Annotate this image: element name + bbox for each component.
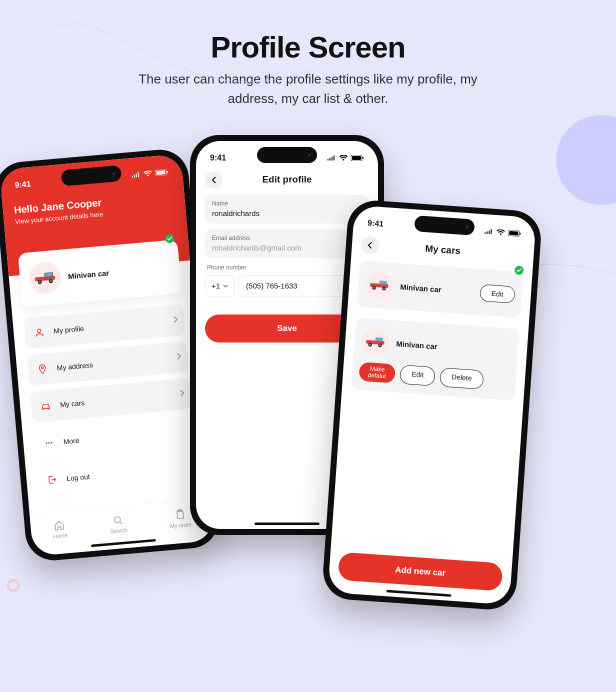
back-button[interactable]	[360, 236, 380, 254]
car-thumb	[28, 261, 62, 296]
status-time: 9:41	[14, 180, 31, 190]
phone-profile-home: 9:41 Hello Jane Cooper View your account…	[0, 148, 221, 563]
back-button[interactable]	[205, 171, 223, 189]
menu-my-address[interactable]: My address	[26, 341, 188, 386]
svg-rect-1	[156, 170, 166, 175]
dynamic-island	[257, 147, 317, 163]
status-time: 9:41	[210, 154, 226, 162]
bottom-tabbar: Home Search My order	[30, 498, 214, 556]
menu-label: My address	[56, 361, 93, 372]
battery-icon	[351, 155, 364, 161]
car-thumb	[364, 270, 394, 300]
car-card: Minivan car Make defalut Edit Delete	[351, 318, 520, 401]
delete-car-button[interactable]: Delete	[440, 368, 484, 390]
tab-search[interactable]: Search	[108, 514, 128, 534]
menu-more[interactable]: More	[33, 415, 195, 460]
signal-icon	[327, 155, 336, 161]
svg-rect-21	[352, 156, 361, 160]
chevron-right-icon	[176, 352, 182, 362]
edit-car-button[interactable]: Edit	[480, 284, 516, 304]
screen-title: My cars	[425, 243, 461, 256]
user-icon	[31, 324, 48, 340]
car-small-icon	[38, 398, 54, 414]
country-code-value: +1	[212, 282, 220, 290]
svg-rect-2	[166, 171, 168, 173]
car-icon	[34, 270, 56, 286]
svg-point-15	[48, 442, 50, 444]
phone-number-value: (505) 765-1633	[246, 282, 298, 290]
menu-label: Log out	[66, 472, 90, 482]
home-indicator	[386, 590, 452, 597]
signal-icon	[131, 172, 140, 178]
tab-label: My order	[170, 521, 192, 529]
menu-label: My cars	[60, 398, 85, 408]
chevron-right-icon	[173, 316, 179, 325]
menu-label: More	[63, 436, 80, 446]
menu-my-profile[interactable]: My profile	[24, 304, 186, 349]
wifi-icon	[143, 170, 152, 178]
chevron-down-icon	[223, 284, 228, 288]
wifi-icon	[339, 155, 348, 161]
svg-point-17	[114, 516, 120, 522]
tab-label: Search	[110, 526, 128, 534]
car-label: Minivan car	[400, 282, 442, 294]
screen-title: Edit profile	[262, 174, 312, 184]
svg-rect-25	[520, 232, 520, 234]
home-icon	[54, 519, 66, 531]
car-card-default: Minivan car Edit	[356, 260, 524, 318]
default-badge	[514, 266, 524, 275]
tab-label: Home	[52, 532, 68, 540]
clipboard-icon	[174, 508, 186, 520]
name-value: ronaldrichards	[212, 209, 362, 218]
menu-logout[interactable]: Log out	[36, 452, 198, 496]
car-label: Minivan car	[396, 339, 438, 350]
wifi-icon	[496, 229, 506, 236]
name-field[interactable]: Name ronaldrichards	[205, 195, 369, 224]
email-field[interactable]: Email address ronaldrichards@gmail.com	[205, 230, 369, 258]
check-icon	[167, 236, 172, 242]
add-new-car-label: Add new car	[395, 565, 446, 578]
status-time: 9:41	[367, 218, 384, 228]
svg-rect-27	[380, 280, 387, 284]
svg-point-16	[50, 442, 52, 444]
email-placeholder: ronaldrichards@gmail.com	[212, 244, 362, 252]
country-code-select[interactable]: +1	[205, 275, 234, 296]
current-car-label: Minivan car	[68, 268, 110, 280]
phone-my-cars: 9:41 My cars	[322, 198, 543, 611]
battery-icon	[508, 230, 522, 237]
name-label: Name	[212, 200, 362, 207]
svg-rect-33	[376, 338, 383, 342]
svg-rect-22	[362, 157, 364, 159]
svg-point-14	[46, 442, 47, 444]
home-indicator	[254, 522, 320, 525]
page-subtitle: The user can change the profile settings…	[118, 70, 498, 108]
menu-my-cars[interactable]: My cars	[30, 378, 192, 423]
edit-car-button[interactable]: Edit	[400, 364, 436, 386]
save-label: Save	[277, 324, 297, 333]
battery-icon	[155, 169, 168, 176]
signal-icon	[484, 228, 494, 234]
email-label: Email address	[212, 234, 362, 242]
chevron-left-icon	[212, 176, 216, 184]
chevron-right-icon	[180, 390, 186, 399]
svg-point-10	[37, 329, 41, 333]
make-default-button[interactable]: Make defalut	[358, 362, 396, 384]
tab-my-order[interactable]: My order	[168, 508, 192, 529]
add-new-car-button[interactable]: Add new car	[338, 552, 503, 592]
car-icon	[365, 335, 386, 348]
more-icon	[41, 435, 58, 452]
logout-icon	[44, 472, 60, 488]
location-icon	[34, 361, 51, 378]
tab-home[interactable]: Home	[52, 519, 68, 539]
svg-rect-24	[509, 231, 518, 236]
search-icon	[112, 514, 124, 526]
check-icon	[516, 268, 522, 273]
page-title: Profile Screen	[0, 30, 616, 64]
car-thumb	[360, 327, 390, 357]
menu-label: My profile	[54, 324, 84, 335]
chevron-left-icon	[368, 242, 373, 249]
car-icon	[369, 278, 390, 292]
svg-point-11	[42, 366, 44, 368]
